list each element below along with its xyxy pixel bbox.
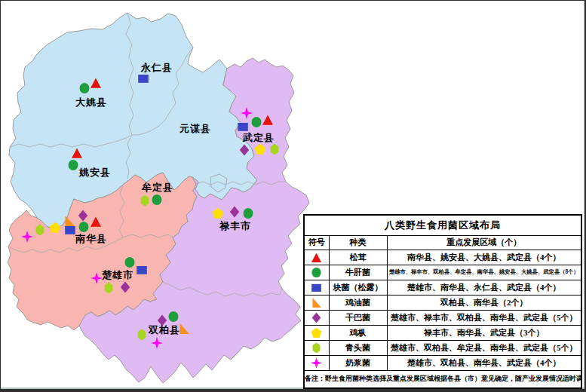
county-label: 武定县 [243, 133, 275, 142]
marker-square-icon [136, 264, 148, 276]
marker-pentagon-icon [254, 143, 266, 155]
legend-regions: 南华县、姚安县、大姚县、武定县（4个） [387, 250, 581, 265]
legend-species: 鸡油菌 [329, 295, 387, 310]
marker-diamond-icon [77, 210, 89, 222]
county-label: 元谋县 [179, 124, 211, 133]
legend-regions: 禄丰市、南华县、武定县（3个） [387, 325, 581, 340]
legend-symbol-pentagon-icon [304, 325, 329, 340]
legend-row: 块菌（松露）楚雄市、南华县、永仁县、武定县（4个） [304, 280, 581, 295]
marker-star-icon [91, 272, 103, 284]
county-label: 大姚县 [75, 97, 107, 107]
county-label: 牟定县 [142, 182, 173, 192]
legend-header-row: 符号 种类 重点发展区域（个） [304, 235, 581, 250]
county-label: 双柏县 [149, 325, 180, 335]
legend-regions: 楚雄市、双柏县、南华县、武定县（4个） [387, 355, 581, 370]
marker-diamond-icon [119, 281, 131, 293]
marker-pentagon-icon [212, 207, 224, 219]
legend-species: 牛肝菌 [329, 265, 387, 280]
county-label: 永仁县 [141, 63, 173, 72]
legend-species: 干巴菌 [329, 310, 387, 325]
legend-regions: 楚雄市、南华县、永仁县、武定县（4个） [387, 280, 581, 295]
marker-triangle-icon [90, 77, 102, 89]
legend-species: 块菌（松露） [329, 280, 387, 295]
marker-circle-icon [78, 82, 91, 94]
legend-row: 奶浆菌楚雄市、双柏县、南华县、武定县（4个） [304, 355, 581, 370]
marker-hexagon-icon [34, 224, 46, 236]
marker-circle-icon [124, 256, 136, 268]
marker-star-icon [151, 337, 163, 349]
marker-hexagon-icon [103, 282, 115, 294]
marker-circle-icon [67, 159, 79, 171]
marker-circle-icon [151, 194, 163, 206]
marker-triangle-icon [71, 147, 83, 159]
legend-species: 青头菌 [329, 340, 387, 355]
marker-square-icon [137, 72, 149, 84]
legend-symbol-square-icon [304, 280, 329, 295]
marker-hexagon-icon [268, 143, 281, 155]
marker-square-icon [64, 224, 76, 236]
county-label: 姚安县 [79, 167, 111, 177]
marker-hexagon-icon [136, 329, 148, 341]
legend-regions: 楚雄市、双柏县、牟定县、南华县、武定县（5个） [387, 340, 581, 355]
marker-hexagon-icon [139, 194, 151, 207]
legend-symbol-circle-icon [304, 265, 329, 280]
legend-species: 鸡枞 [329, 325, 387, 340]
legend-regions: 双柏县、南华县（2个） [387, 295, 581, 310]
legend-row: 牛肝菌楚雄市、禄丰市、双柏县、牟定县、南华县、姚安县、大姚县、武定县（8个） [304, 265, 581, 280]
marker-pentagon-icon [49, 222, 61, 234]
legend-symbol-right-triangle-icon [304, 295, 329, 310]
legend-row: 松茸南华县、姚安县、大姚县、武定县（4个） [304, 250, 581, 265]
marker-diamond-icon [238, 144, 250, 156]
marker-star-icon [21, 231, 33, 243]
marker-circle-icon [78, 221, 90, 233]
marker-diamond-icon [229, 206, 241, 218]
legend-symbol-diamond-icon [304, 310, 329, 325]
marker-circle-icon [250, 116, 262, 128]
map-figure: 永仁县大姚县元谋县武定县姚安县牟定县禄丰市南华县楚雄市双柏县 八类野生食用菌区域… [0, 0, 586, 392]
county-label: 南华县 [75, 234, 107, 243]
legend-title-row: 八类野生食用菌区域布局 [304, 215, 581, 235]
marker-circle-icon [242, 207, 254, 219]
legend-note-row: 备注：野生食用菌种类选择及重点发展区域根据各县（市）意见确定，随产业发展情况适时… [304, 370, 581, 388]
legend-row: 干巴菌楚雄市、禄丰市、双柏县、南华县、武定县（5个） [304, 310, 581, 325]
legend-regions: 楚雄市、禄丰市、双柏县、南华县、武定县（5个） [387, 310, 581, 325]
legend-row: 鸡枞禄丰市、南华县、武定县（3个） [304, 325, 581, 340]
county-label: 禄丰市 [219, 221, 251, 231]
county-label: 楚雄市 [102, 270, 133, 280]
legend-table: 八类野生食用菌区域布局 符号 种类 重点发展区域（个） 松茸南华县、姚安县、大姚… [303, 214, 582, 389]
legend-row: 青头菌楚雄市、双柏县、牟定县、南华县、武定县（5个） [304, 340, 581, 355]
legend-species: 松茸 [329, 250, 387, 265]
legend-symbol-star-icon [304, 355, 329, 370]
legend-col-symbol: 符号 [304, 235, 329, 250]
legend-symbol-hexagon-icon [304, 340, 329, 355]
marker-triangle-icon [90, 216, 102, 228]
legend-row: 鸡油菌双柏县、南华县（2个） [304, 295, 581, 310]
legend-title: 八类野生食用菌区域布局 [304, 215, 581, 235]
legend-col-regions: 重点发展区域（个） [387, 235, 581, 250]
legend-note: 备注：野生食用菌种类选择及重点发展区域根据各县（市）意见确定，随产业发展情况适时… [304, 370, 581, 388]
legend-symbol-triangle-icon [304, 250, 329, 265]
marker-circle-icon [167, 311, 179, 323]
legend-col-species: 种类 [329, 235, 387, 250]
legend-regions: 楚雄市、禄丰市、双柏县、牟定县、南华县、姚安县、大姚县、武定县（8个） [387, 265, 581, 280]
marker-triangle-icon [262, 114, 274, 126]
legend-species: 奶浆菌 [329, 355, 387, 370]
